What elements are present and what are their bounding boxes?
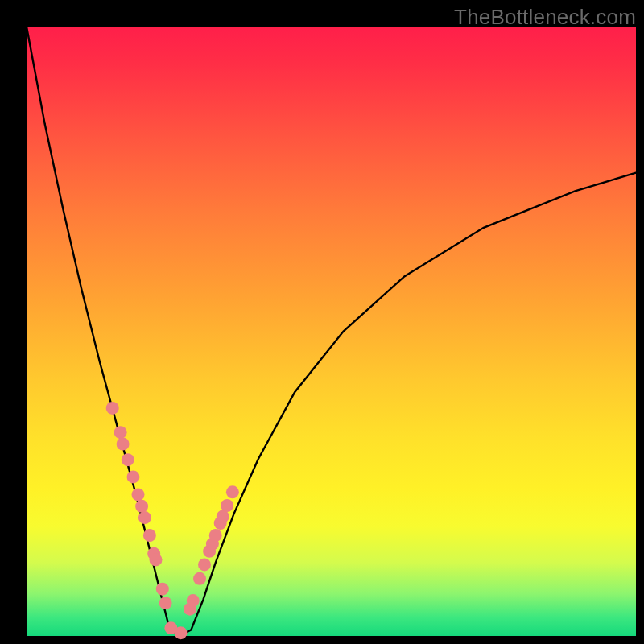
bottleneck-curve (27, 27, 636, 636)
highlight-dot (221, 499, 233, 512)
highlight-dot (127, 470, 140, 483)
highlight-dot (209, 529, 222, 542)
highlight-dot (132, 488, 145, 501)
highlight-dot (226, 485, 239, 498)
highlight-dot (114, 426, 127, 439)
highlight-dot (159, 597, 172, 609)
highlight-dot (135, 500, 148, 513)
chart-svg (27, 27, 636, 636)
highlight-dot (187, 594, 200, 607)
highlight-dot (175, 626, 188, 639)
highlight-dot (150, 553, 163, 566)
highlight-dot (106, 402, 119, 415)
plot-area (27, 27, 636, 636)
highlight-dot (143, 529, 156, 542)
chart-frame: TheBottleneck.com (0, 0, 644, 644)
highlight-dot (117, 438, 130, 451)
highlight-dot (156, 583, 169, 596)
highlight-dot (217, 510, 229, 523)
highlight-dot (198, 558, 211, 571)
highlight-dot (193, 572, 206, 585)
highlight-dots-group (106, 402, 239, 639)
highlight-dot (122, 453, 134, 466)
highlight-dot (138, 511, 151, 524)
